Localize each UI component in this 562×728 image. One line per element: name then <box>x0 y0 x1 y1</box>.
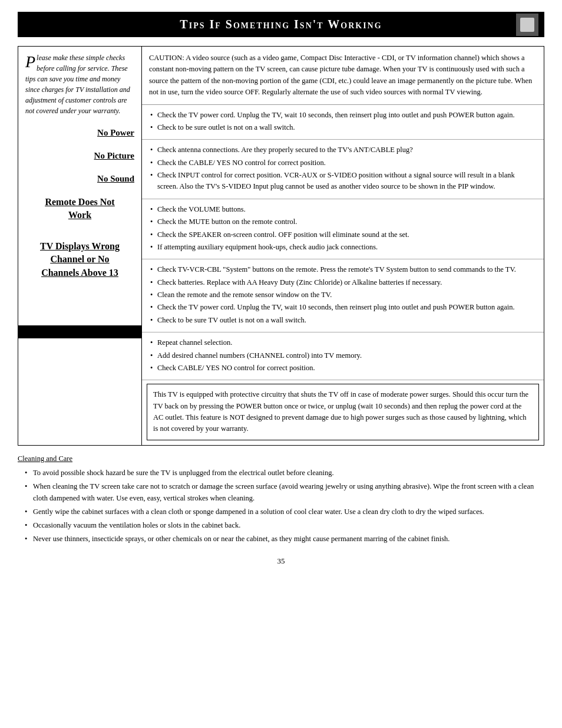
no-picture-box: Check antenna connections. Are they prop… <box>142 140 544 199</box>
left-col-bottom-bar <box>18 325 141 338</box>
no-sound-item-1: Check the VOLUME buttons. <box>149 204 537 215</box>
caution-box: CAUTION: A video source (such as a video… <box>142 47 544 105</box>
remote-item-4: Check the TV power cord. Unplug the TV, … <box>149 302 537 313</box>
channel-item-3: Check CABLE/ YES NO control for correct … <box>149 363 537 374</box>
no-power-box: Check the TV power cord. Unplug the TV, … <box>142 105 544 140</box>
left-column: P lease make these simple checks before … <box>18 47 142 445</box>
cleaning-title: Cleaning and Care <box>18 453 544 465</box>
no-picture-item-3: Check INPUT control for correct position… <box>149 170 537 193</box>
no-power-item-1: Check the TV power cord. Unplug the TV, … <box>149 110 537 121</box>
no-picture-item-1: Check antenna connections. Are they prop… <box>149 144 537 156</box>
cleaning-list: To avoid possible shock hazard be sure t… <box>18 467 544 545</box>
page-number: 35 <box>18 556 544 566</box>
no-power-item-2: Check to be sure outlet is not on a wall… <box>149 122 537 133</box>
remote-item-5: Check to be sure TV outlet is not on a w… <box>149 315 537 326</box>
book-icon-inner <box>520 18 534 32</box>
power-surge-text: This TV is equipped with protective circ… <box>153 390 528 433</box>
cleaning-item-3: Gently wipe the cabinet surfaces with a … <box>24 506 544 518</box>
no-power-list: Check the TV power cord. Unplug the TV, … <box>149 110 537 134</box>
no-picture-list: Check antenna connections. Are they prop… <box>149 144 537 193</box>
remote-list: Check TV-VCR-CBL "System" buttons on the… <box>149 264 537 326</box>
caution-text: CAUTION: A video source (such as a video… <box>149 54 532 96</box>
channel-item-2: Add desired channel numbers (CHANNEL con… <box>149 350 537 361</box>
no-sound-label: No Sound <box>25 173 134 185</box>
no-sound-box: Check the VOLUME buttons. Check the MUTE… <box>142 199 544 260</box>
tv-displays-wrong-label: TV Displays WrongChannel or NoChannels A… <box>25 240 134 279</box>
page-header: Tips If Something Isn't Working <box>18 12 544 37</box>
cleaning-item-2: When cleaning the TV screen take care no… <box>24 480 544 504</box>
remote-item-3: Clean the remote and the remote sensor w… <box>149 289 537 301</box>
cleaning-section: Cleaning and Care To avoid possible shoc… <box>18 453 544 545</box>
header-title: Tips If Something Isn't Working <box>180 18 382 31</box>
channel-item-1: Repeat channel selection. <box>149 337 537 348</box>
remote-item-2: Check batteries. Replace with AA Heavy D… <box>149 277 537 288</box>
no-sound-item-2: Check the MUTE button on the remote cont… <box>149 216 537 228</box>
cleaning-item-5: Never use thinners, insecticide sprays, … <box>24 533 544 545</box>
channel-box: Repeat channel selection. Add desired ch… <box>142 332 544 380</box>
no-picture-item-2: Check the CABLE/ YES NO control for corr… <box>149 157 537 169</box>
channel-list: Repeat channel selection. Add desired ch… <box>149 337 537 374</box>
intro-body: lease make these simple checks before ca… <box>25 54 130 115</box>
no-sound-item-4: If attempting auxiliary equipment hook-u… <box>149 242 537 253</box>
main-content-layout: P lease make these simple checks before … <box>18 46 544 446</box>
book-icon <box>516 14 538 36</box>
no-sound-list: Check the VOLUME buttons. Check the MUTE… <box>149 204 537 253</box>
no-power-label: No Power <box>25 127 134 139</box>
drop-cap-p: P <box>25 54 35 70</box>
power-surge-box: This TV is equipped with protective circ… <box>147 384 539 440</box>
remote-box: Check TV-VCR-CBL "System" buttons on the… <box>142 259 544 332</box>
cleaning-item-4: Occasionally vacuum the ventilation hole… <box>24 519 544 531</box>
remote-item-1: Check TV-VCR-CBL "System" buttons on the… <box>149 264 537 275</box>
cleaning-item-1: To avoid possible shock hazard be sure t… <box>24 467 544 479</box>
right-column: CAUTION: A video source (such as a video… <box>142 47 544 445</box>
no-sound-item-3: Check the SPEAKER on-screen control. OFF… <box>149 229 537 241</box>
remote-does-not-work-label: Remote Does NotWork <box>25 196 134 222</box>
intro-text-block: P lease make these simple checks before … <box>25 52 134 116</box>
no-picture-label: No Picture <box>25 150 134 162</box>
